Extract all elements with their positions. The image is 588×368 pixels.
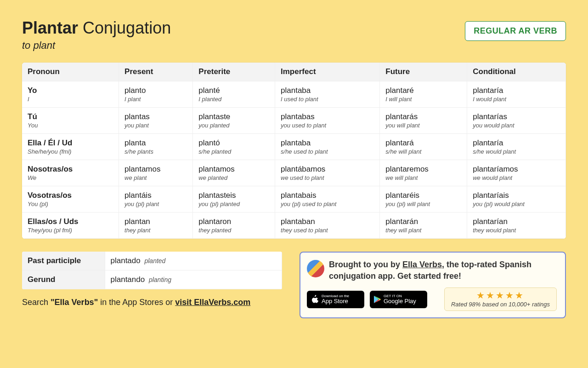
star-icon: ★★★★★ [451,291,550,300]
verb-translation: to plant [22,40,171,52]
column-header: Preterite [193,63,275,81]
app-icon [307,260,324,277]
past-participle-label: Past participle [22,252,105,270]
conjugation-cell: plantaránthey will plant [380,213,467,239]
conjugation-cell: plantamoswe plant [119,160,193,186]
gerund-label: Gerund [22,270,105,289]
conjugation-cell: plantas/he plants [119,134,193,160]
conjugation-cell: plantaremoswe will plant [380,160,467,186]
rating-text: Rated 98% based on 10,000+ ratings [451,301,550,308]
table-row: Vosotras/osYou (pl)plantáisyou (pl) plan… [22,186,566,213]
pronoun-cell: YoI [22,81,119,108]
conjugation-cell: plantaríaI would plant [467,81,566,108]
column-header: Conditional [467,63,566,81]
conjugation-cell: plantamoswe planted [193,160,275,186]
conjugation-cell: plantabanthey used to plant [275,213,380,239]
promo-card: Brought to you by Ella Verbs, the top-ra… [300,252,566,318]
conjugation-cell: plantasteisyou (pl) planted [193,186,275,213]
google-play-icon [373,295,381,304]
pronoun-cell: Ellas/os / UdsThey/you (pl fml) [22,213,119,239]
conjugation-cell: plantós/he planted [193,134,275,160]
conjugation-cell: plantaréI will plant [380,81,467,108]
column-header: Present [119,63,193,81]
column-header: Pronoun [22,63,119,81]
app-store-button[interactable]: Download on the App Store [307,291,364,308]
conjugation-cell: plantaríamoswe would plant [467,160,566,186]
verb-type-badge: REGULAR AR VERB [465,21,566,41]
past-participle-value: plantado planted [105,252,282,270]
table-row: Past participle plantado planted [22,252,282,270]
table-header-row: PronounPresentPreteriteImperfectFutureCo… [22,63,566,81]
page-title: Plantar Conjugation [22,18,171,38]
gerund-value: plantando planting [105,270,282,289]
verb-name: Plantar [22,18,78,37]
conjugation-cell: plantábamoswe used to plant [275,160,380,186]
pronoun-cell: Vosotras/osYou (pl) [22,186,119,213]
pronoun-cell: Ella / Él / UdShe/he/you (fml) [22,134,119,160]
conjugation-cell: plantabaisyou (pl) used to plant [275,186,380,213]
conjugation-cell: plantasteyou planted [193,108,275,134]
conjugation-cell: plantarías/he would plant [467,134,566,160]
title-suffix: Conjugation [83,18,171,37]
rating-box: ★★★★★ Rated 98% based on 10,000+ ratings [444,288,557,311]
table-row: Ellas/os / UdsThey/you (pl fml)plantanth… [22,213,566,239]
column-header: Future [380,63,467,81]
conjugation-cell: plantaríanthey would plant [467,213,566,239]
conjugation-cell: plantabas/he used to plant [275,134,380,160]
apple-icon [311,294,319,305]
conjugation-cell: plantaronthey planted [193,213,275,239]
google-play-button[interactable]: GET IT ON Google Play [370,291,427,308]
visit-link[interactable]: visit EllaVerbs.com [175,298,250,307]
conjugation-cell: plantaríasyou would plant [467,108,566,134]
column-header: Imperfect [275,63,380,81]
table-row: Nosotras/osWeplantamoswe plantplantamosw… [22,160,566,186]
promo-text: Brought to you by Ella Verbs, the top-ra… [329,259,557,282]
table-row: TúYouplantasyou plantplantasteyou plante… [22,108,566,134]
conjugation-cell: plantáisyou (pl) plant [119,186,193,213]
pronoun-cell: TúYou [22,108,119,134]
conjugation-cell: plantabaI used to plant [275,81,380,108]
conjugation-cell: plantarásyou will plant [380,108,467,134]
conjugation-cell: plantanthey plant [119,213,193,239]
conjugation-cell: plantarás/he will plant [380,134,467,160]
participle-table: Past participle plantado planted Gerund … [22,252,282,289]
table-row: Ella / Él / UdShe/he/you (fml)plantas/he… [22,134,566,160]
conjugation-cell: plantaréisyou (pl) will plant [380,186,467,213]
conjugation-cell: plantéI planted [193,81,275,108]
conjugation-cell: plantasyou plant [119,108,193,134]
conjugation-cell: plantoI plant [119,81,193,108]
conjugation-table: PronounPresentPreteriteImperfectFutureCo… [22,63,566,239]
conjugation-cell: plantaríaisyou (pl) would plant [467,186,566,213]
search-hint: Search "Ella Verbs" in the App Stores or… [22,298,282,307]
table-row: YoIplantoI plantplantéI plantedplantabaI… [22,81,566,108]
pronoun-cell: Nosotras/osWe [22,160,119,186]
ella-verbs-link[interactable]: Ella Verbs [402,260,442,269]
table-row: Gerund plantando planting [22,270,282,289]
conjugation-cell: plantabasyou used to plant [275,108,380,134]
